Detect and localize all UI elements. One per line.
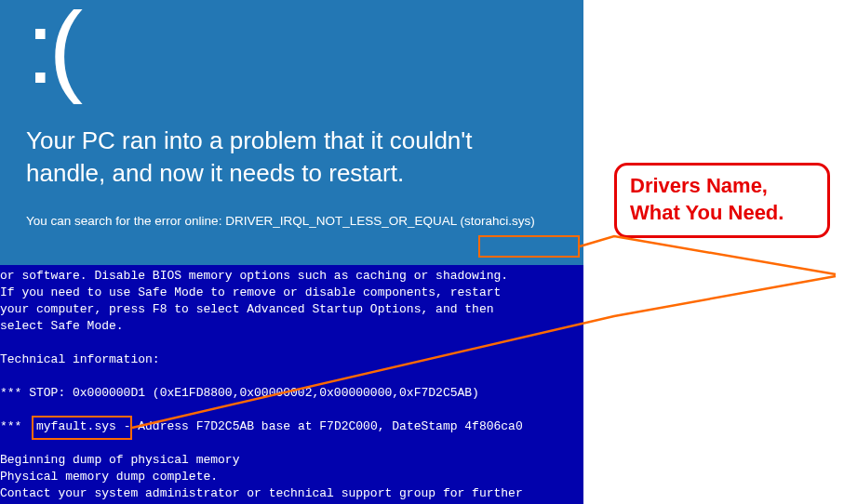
sad-face-icon: :( (26, 0, 557, 99)
bsodnt-dump-done: Physical memory dump complete. (0, 470, 218, 484)
bsodnt-line-safemode3: select Safe Mode. (0, 319, 124, 333)
bsod8-error-code: DRIVER_IRQL_NOT_LESS_OR_EQUAL (225, 214, 460, 228)
bsodnt-line-safemode1: If you need to use Safe Mode to remove o… (0, 285, 501, 299)
annotation-line1: Drivers Name, (630, 173, 814, 200)
bsodnt-technical-header: Technical information: (0, 352, 160, 366)
composite-bsod-explainer: :( Your PC ran into a problem that it co… (0, 0, 844, 504)
bsodnt-stop-code: *** STOP: 0x000000D1 (0xE1FD8800,0x00000… (0, 386, 479, 400)
bsodnt-driver-name: myfault.sys (36, 419, 116, 433)
bsodnt-driver-prefix: *** (0, 419, 36, 433)
annotation-callout: Drivers Name, What You Need. (614, 163, 830, 238)
bsod8-driver-name: (storahci.sys) (460, 214, 534, 228)
bsod8-search-prefix: You can search for the error online: (26, 214, 225, 228)
annotation-line2: What You Need. (630, 200, 814, 227)
bsod-windows8-panel: :( Your PC ran into a problem that it co… (0, 0, 583, 265)
bsodnt-contact-1: Contact your system administrator or tec… (0, 486, 523, 500)
bsod8-headline: Your PC ran into a problem that it could… (26, 125, 557, 190)
bsod8-error-line: You can search for the error online: DRI… (26, 214, 557, 228)
arrow-to-storahci (580, 236, 836, 274)
bsodnt-driver-details: - Address F7D2C5AB base at F7D2C000, Dat… (116, 419, 523, 433)
bsodnt-line-software: or software. Disable BIOS memory options… (0, 269, 508, 283)
bsodnt-line-safemode2: your computer, press F8 to select Advanc… (0, 302, 494, 316)
bsod-classic-panel: or software. Disable BIOS memory options… (0, 265, 583, 504)
bsodnt-dump-begin: Beginning dump of physical memory (0, 453, 239, 467)
